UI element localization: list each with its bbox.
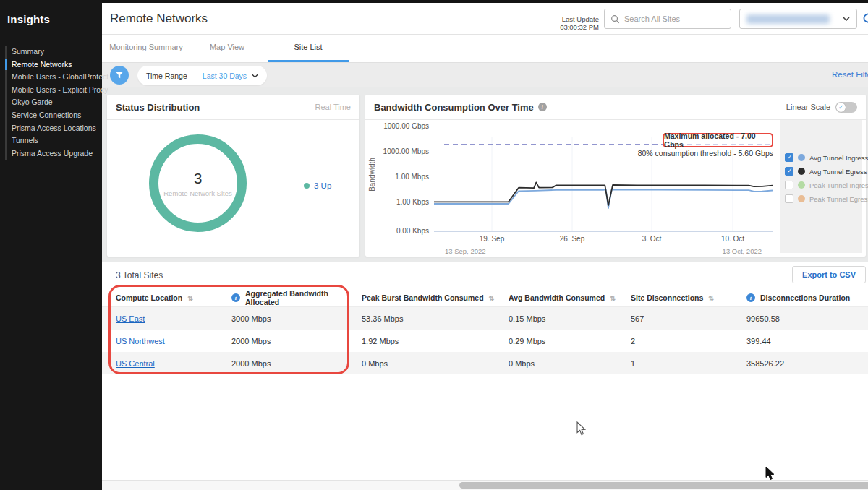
time-range-value: Last 30 Days: [195, 72, 252, 80]
sort-icon[interactable]: [187, 293, 193, 302]
scrollbar-thumb[interactable]: [459, 482, 868, 489]
column-header-disconnections-duration[interactable]: Disconnections Duration: [746, 293, 868, 302]
filter-bar: Time Range Last 30 Days Reset Filters: [102, 62, 868, 87]
search-box[interactable]: [604, 9, 731, 29]
sidebar-item-service-connections[interactable]: Service Connections: [7, 109, 102, 122]
sidebar-item-prisma-access-upgrade[interactable]: Prisma Access Upgrade: [7, 147, 102, 160]
x-tick: 10. Oct: [721, 235, 744, 243]
sort-icon[interactable]: [489, 293, 495, 302]
cell-disconnections-duration: 399.44: [746, 337, 868, 345]
account-dropdown[interactable]: [739, 9, 857, 29]
info-icon[interactable]: [538, 103, 547, 111]
linear-scale-toggle[interactable]: [835, 102, 857, 113]
last-update-text: Last Update 03:00:32 PM: [537, 15, 599, 31]
cell-aggregated-bandwidth: 2000 Mbps: [231, 337, 362, 345]
table-row: US East 3000 Mbps 53.36 Mbps 0.15 Mbps 5…: [102, 307, 868, 330]
tab-monitoring-summary[interactable]: Monitoring Summary: [106, 35, 187, 62]
site-link-us-east[interactable]: US East: [116, 314, 145, 323]
sidebar-item-okyo-garde[interactable]: Okyo Garde: [7, 96, 102, 109]
sidebar-item-summary[interactable]: Summary: [7, 46, 102, 59]
legend-label: Peak Tunnel Egress: [809, 195, 868, 203]
y-tick: 1000.00 Gbps: [370, 122, 429, 130]
info-icon[interactable]: [746, 293, 755, 302]
cell-peak-burst: 0 Mbps: [362, 359, 509, 368]
x-tick: 19. Sep: [480, 235, 504, 243]
legend-label: Peak Tunnel Ingress: [809, 181, 868, 189]
site-link-us-central[interactable]: US Central: [116, 359, 155, 368]
top-strip: [0, 0, 868, 3]
y-tick: 1.00 Kbps: [370, 198, 429, 206]
toggle-check-icon: [836, 103, 846, 112]
sidebar-item-mobile-users-globalprotect[interactable]: Mobile Users - GlobalProtect: [7, 71, 102, 84]
bandwidth-card: Bandwidth Consumption Over Time Linear S…: [365, 95, 866, 257]
reset-filters-link[interactable]: Reset Filters: [832, 70, 868, 79]
cell-peak-burst: 1.92 Mbps: [362, 337, 509, 345]
sidebar-item-prisma-access-locations[interactable]: Prisma Access Locations: [7, 122, 102, 135]
cell-disconnections: 2: [631, 337, 746, 345]
search-icon: [610, 14, 620, 24]
legend-item-peak-tunnel-egress[interactable]: Peak Tunnel Egress: [780, 194, 862, 204]
export-to-csv-button[interactable]: Export to CSV: [792, 266, 866, 283]
status-card-title: Status Distribution: [116, 102, 200, 113]
column-header-aggregated-bandwidth-allocated[interactable]: Aggregated Bandwidth Allocated: [231, 289, 362, 306]
bandwidth-card-title: Bandwidth Consumption Over Time: [374, 102, 534, 113]
page-title: Remote Networks: [110, 12, 208, 26]
legend-item-peak-tunnel-ingress[interactable]: Peak Tunnel Ingress: [780, 180, 862, 190]
search-input[interactable]: [624, 14, 725, 23]
legend-checkbox[interactable]: [785, 167, 793, 176]
status-donut-label: Remote Network Sites: [163, 189, 232, 197]
sort-icon[interactable]: [708, 293, 714, 302]
table-header-row: Compute Location Aggregated Bandwidth Al…: [102, 289, 868, 307]
legend-checkbox[interactable]: [785, 181, 793, 189]
funnel-icon: [115, 71, 124, 79]
column-header-compute-location[interactable]: Compute Location: [116, 293, 231, 302]
sidebar-item-tunnels[interactable]: Tunnels: [7, 134, 102, 147]
sort-icon[interactable]: [610, 293, 616, 302]
legend-item-avg-tunnel-ingress[interactable]: Avg Tunnel Ingress: [780, 152, 862, 163]
status-legend: 3 Up: [304, 181, 331, 190]
cell-disconnections: 567: [631, 314, 746, 323]
column-header-site-disconnections[interactable]: Site Disconnections: [631, 293, 746, 302]
cell-aggregated-bandwidth: 2000 Mbps: [231, 359, 362, 368]
threshold-annotation: 80% consumption threshold - 5.60 Gbps: [582, 149, 773, 158]
refresh-icon[interactable]: [862, 12, 868, 24]
legend-checkbox[interactable]: [785, 194, 793, 203]
column-header-peak-burst-bandwidth-consumed[interactable]: Peak Burst Bandwidth Consumed: [362, 293, 509, 302]
column-header-avg-bandwidth-consumed[interactable]: Avg Bandwidth Consumed: [509, 293, 631, 302]
sidebar-item-remote-networks[interactable]: Remote Networks: [7, 59, 102, 72]
account-dropdown-redacted-value: [746, 14, 830, 24]
cell-disconnections: 1: [631, 359, 746, 368]
sidebar-title: Insights: [0, 0, 102, 25]
series-color-dot-icon: [798, 195, 805, 202]
status-donut-value: 3: [194, 170, 203, 187]
max-allocated-annotation: Maximum allocated - 7.00 Gbps: [663, 133, 773, 147]
main-area: Remote Networks Last Update 03:00:32 PM …: [102, 3, 868, 490]
cell-avg-bandwidth: 0 Mbps: [509, 359, 631, 368]
info-icon[interactable]: [231, 293, 240, 302]
bandwidth-card-header: Bandwidth Consumption Over Time Linear S…: [365, 95, 866, 120]
cell-peak-burst: 53.36 Mbps: [362, 314, 509, 323]
status-donut-center: 3 Remote Network Sites: [149, 134, 247, 232]
legend-item-avg-tunnel-egress[interactable]: Avg Tunnel Egress: [780, 166, 862, 176]
sidebar-nav: Summary Remote Networks Mobile Users - G…: [5, 46, 102, 160]
sidebar: Insights Summary Remote Networks Mobile …: [0, 0, 102, 490]
linear-scale-control: Linear Scale: [786, 102, 857, 113]
table-row: US Central 2000 Mbps 0 Mbps 0 Mbps 1 358…: [102, 352, 868, 374]
site-link-us-northwest[interactable]: US Northwest: [116, 337, 165, 345]
real-time-badge: Real Time: [315, 103, 351, 111]
series-color-dot-icon: [798, 181, 805, 189]
series-color-dot-icon: [798, 154, 805, 161]
tab-map-view[interactable]: Map View: [187, 35, 268, 62]
chevron-down-icon: [843, 17, 850, 21]
filter-button[interactable]: [110, 66, 129, 85]
status-legend-up-link[interactable]: 3 Up: [314, 181, 331, 190]
cell-avg-bandwidth: 0.15 Mbps: [509, 314, 631, 323]
tab-site-list[interactable]: Site List: [268, 35, 349, 62]
chart-legend: Avg Tunnel Ingress Avg Tunnel Egress Pea…: [780, 120, 862, 253]
legend-checkbox[interactable]: [785, 153, 793, 162]
linear-scale-label: Linear Scale: [786, 103, 830, 111]
time-range-selector[interactable]: Time Range Last 30 Days: [137, 66, 267, 85]
sidebar-item-mobile-users-explicit-proxy[interactable]: Mobile Users - Explicit Proxy: [7, 84, 102, 97]
table-row: US Northwest 2000 Mbps 1.92 Mbps 0.29 Mb…: [102, 330, 868, 352]
x-range-end: 13 Oct, 2022: [723, 247, 762, 255]
